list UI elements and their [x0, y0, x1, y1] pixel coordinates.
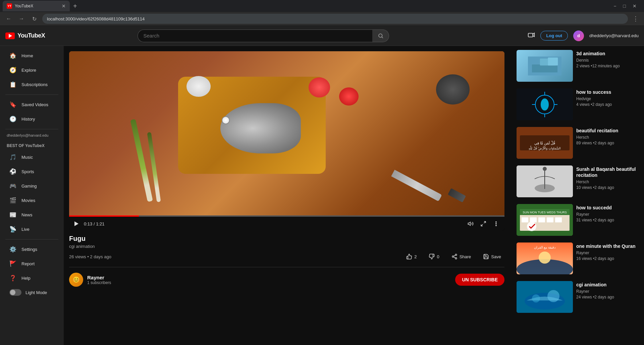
video-info: Fugu cgi animation 26 views • 2 days ago	[69, 231, 504, 291]
rec-info-5: one minute with the Quran Rayner 16 view…	[576, 243, 637, 274]
sidebar-item-saved-videos[interactable]: 🔖 Saved Videos	[3, 98, 61, 112]
tab-close-button[interactable]: ✕	[62, 3, 66, 9]
close-window-button[interactable]: ✕	[631, 3, 639, 9]
rec-thumb-0	[517, 50, 573, 82]
browser-menu-button[interactable]: ⋮	[631, 15, 640, 22]
rec-channel-5: Rayner	[576, 251, 637, 255]
rec-item-5[interactable]: دقيقة مع القران one minute with the Qura…	[515, 241, 639, 276]
progress-bar[interactable]	[69, 215, 504, 217]
sidebar-item-explore[interactable]: 🧭 Explore	[3, 63, 61, 77]
channel-info: Rayner 1 subscribers	[87, 275, 111, 285]
tomato-2	[339, 87, 359, 106]
play-triangle	[9, 34, 12, 38]
rec-item-4[interactable]: SUN MON TUES WEDS THURS how to succedd	[515, 203, 639, 237]
rec-meta-3: 10 views •2 days ago	[576, 185, 637, 190]
sidebar-item-sports[interactable]: ⚽ Sports	[3, 165, 61, 179]
svg-point-7	[496, 222, 496, 222]
svg-point-33	[543, 167, 547, 171]
forward-button[interactable]: →	[17, 14, 26, 23]
sidebar-section-title: BEST OF YouTubeX	[0, 141, 64, 150]
unsubscribe-button[interactable]: UN SUBSCRIBE	[455, 274, 504, 286]
saved-videos-icon: 🔖	[9, 101, 16, 108]
sidebar-divider-2	[5, 129, 58, 129]
svg-line-13	[453, 257, 455, 258]
video-player[interactable]: 0:13 / 1:21	[69, 51, 504, 231]
rec-item-0[interactable]: 3d animation Dennis 2 views •12 minutes …	[515, 49, 639, 83]
search-button[interactable]	[372, 29, 389, 42]
sidebar-item-light-mode[interactable]: Light Mode	[3, 286, 61, 299]
rec-item-1[interactable]: how to success Hedvige 4 views •2 days a…	[515, 87, 639, 122]
tomato-1	[309, 77, 330, 97]
controls-right	[466, 219, 500, 228]
search-input[interactable]	[138, 29, 372, 42]
recommendations-panel: 3d animation Dennis 2 views •12 minutes …	[510, 46, 644, 345]
light-mode-toggle-thumb	[10, 290, 15, 295]
home-icon: 🏠	[9, 52, 16, 59]
camera-button[interactable]	[528, 31, 535, 40]
like-count: 2	[414, 254, 417, 259]
rec-thumb-4: SUN MON TUES WEDS THURS	[517, 204, 573, 236]
settings-icon: ⚙️	[9, 246, 16, 253]
channel-avatar: 😊	[69, 273, 83, 287]
video-frame	[69, 51, 504, 215]
live-icon: 📡	[9, 226, 16, 233]
share-button[interactable]: Share	[448, 252, 475, 262]
progress-fill	[69, 215, 139, 217]
content-area: 0:13 / 1:21	[64, 46, 644, 345]
svg-point-43	[527, 222, 536, 231]
svg-point-8	[496, 223, 496, 224]
rec-title-0: 3d animation	[576, 51, 637, 57]
fish	[220, 103, 301, 153]
rec-item-6[interactable]: cgi animation Rayner 24 views •2 days ag…	[515, 280, 639, 314]
sidebar-item-gaming[interactable]: 🎮 Gaming	[3, 179, 61, 193]
channel-subscribers: 1 subscribers	[87, 280, 111, 285]
url-input[interactable]	[42, 14, 628, 24]
logout-button[interactable]: Log out	[540, 31, 568, 41]
minimize-button[interactable]: −	[611, 3, 618, 9]
play-icon	[74, 221, 78, 226]
sidebar-item-home[interactable]: 🏠 Home	[3, 49, 61, 63]
rec-meta-0: 2 views •12 minutes ago	[576, 64, 637, 68]
sidebar-item-history[interactable]: 🕐 History	[3, 112, 61, 126]
back-button[interactable]: ←	[4, 14, 13, 23]
svg-marker-3	[533, 33, 535, 37]
dislike-button[interactable]: 0	[425, 252, 442, 262]
search-bar	[138, 29, 389, 42]
sidebar-item-music[interactable]: 🎵 Music	[3, 150, 61, 164]
sidebar-item-subscriptions[interactable]: 📋 Subscriptions	[3, 78, 61, 91]
like-button[interactable]: 2	[403, 252, 420, 262]
active-tab[interactable]: YT YouTubeX ✕	[3, 1, 70, 11]
sidebar-item-help[interactable]: ❓ Help	[3, 271, 61, 285]
explore-icon: 🧭	[9, 67, 16, 74]
header-actions: Log out d dhedderlyo@harvard.edu	[528, 30, 639, 41]
window-controls: − □ ✕	[609, 3, 641, 9]
sidebar-item-settings[interactable]: ⚙️ Settings	[3, 243, 61, 256]
sidebar-item-movies[interactable]: 🎬 Movies	[3, 194, 61, 207]
rec-thumb-5: دقيقة مع القران	[517, 243, 573, 274]
video-meta-row: 26 views • 2 days ago 2	[69, 252, 504, 262]
tab-bar: YT YouTubeX ✕ + − □ ✕	[0, 0, 644, 12]
new-tab-button[interactable]: +	[71, 2, 79, 10]
rec-thumb-2: قُلْ لَمَن مَّا فِي السَّمَاوَاتِ وَالْأ…	[517, 127, 573, 159]
rec-thumb-1	[517, 88, 573, 120]
rec-meta-6: 24 views •2 days ago	[576, 295, 637, 299]
save-button[interactable]: Save	[480, 252, 504, 262]
svg-line-1	[382, 37, 383, 38]
sidebar-label-subscriptions: Subscriptions	[21, 82, 48, 87]
rec-title-2: beautiful recitation	[576, 128, 637, 134]
reload-button[interactable]: ↻	[30, 14, 39, 23]
rec-item-2[interactable]: قُلْ لَمَن مَّا فِي السَّمَاوَاتِ وَالْأ…	[515, 126, 639, 160]
play-pause-button[interactable]	[73, 220, 80, 227]
fullscreen-button[interactable]	[479, 219, 488, 228]
sidebar-item-live[interactable]: 📡 Live	[3, 222, 61, 236]
sidebar-item-news[interactable]: 📰 News	[3, 208, 61, 222]
sidebar-label-home: Home	[21, 53, 33, 58]
maximize-button[interactable]: □	[621, 3, 628, 9]
sidebar-item-report[interactable]: 🚩 Report	[3, 257, 61, 271]
svg-line-14	[453, 255, 455, 256]
rec-item-3[interactable]: Surah al Baqarah beautiful recitation He…	[515, 164, 639, 199]
volume-button[interactable]	[466, 219, 475, 228]
svg-rect-38	[522, 217, 528, 222]
more-options-button[interactable]	[492, 219, 500, 228]
svg-point-11	[452, 256, 454, 258]
